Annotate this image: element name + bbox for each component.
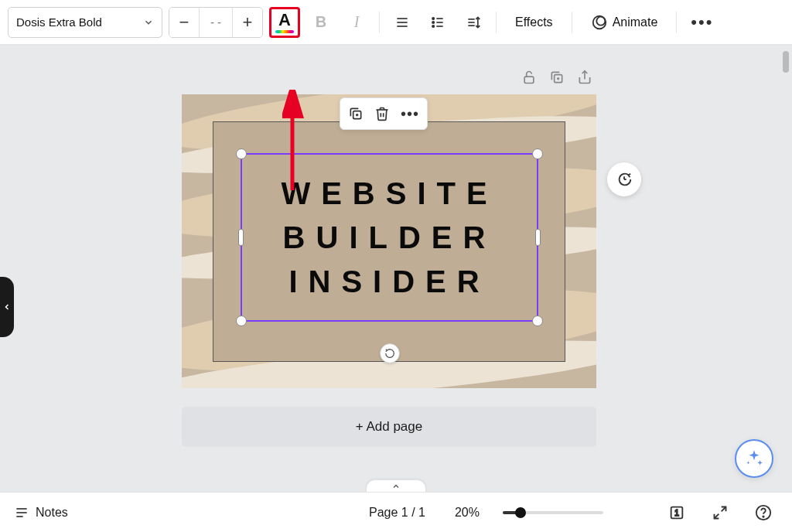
bottom-bar: Notes Page 1 / 1 20% 1 xyxy=(0,492,792,532)
canvas-text-line: BUILDER xyxy=(283,220,497,255)
rotate-icon xyxy=(384,348,395,359)
page-drawer-expand-button[interactable] xyxy=(366,479,426,492)
svg-point-13 xyxy=(596,16,605,25)
scrollbar-thumb[interactable] xyxy=(783,51,789,73)
effects-button[interactable]: Effects xyxy=(504,7,564,38)
help-icon xyxy=(755,504,772,521)
top-toolbar: Dosis Extra Bold − + A B I Effects Anima… xyxy=(0,0,792,45)
italic-button[interactable]: I xyxy=(342,7,371,38)
fullscreen-button[interactable] xyxy=(705,498,735,527)
resize-handle-tl[interactable] xyxy=(236,148,247,159)
svg-point-34 xyxy=(763,516,763,517)
comment-icon xyxy=(616,171,633,188)
zoom-percentage[interactable]: 20% xyxy=(455,506,480,520)
resize-handle-left[interactable] xyxy=(238,229,244,246)
zoom-slider[interactable] xyxy=(503,511,603,514)
bold-button[interactable]: B xyxy=(306,7,336,38)
text-color-swatch xyxy=(275,30,294,33)
font-size-input[interactable] xyxy=(199,8,233,37)
grid-view-button[interactable]: 1 xyxy=(662,498,691,527)
help-button[interactable] xyxy=(749,498,778,527)
notes-button[interactable]: Notes xyxy=(14,505,68,520)
list-icon xyxy=(430,15,446,30)
ai-assistant-button[interactable] xyxy=(735,439,773,478)
svg-point-7 xyxy=(432,25,435,27)
rotate-handle[interactable] xyxy=(380,343,400,363)
canvas-text-line: INSIDER xyxy=(288,264,490,299)
svg-point-5 xyxy=(432,21,435,23)
fullscreen-icon xyxy=(712,505,728,520)
add-page-label: + Add page xyxy=(356,419,423,435)
list-button[interactable] xyxy=(423,7,452,38)
font-family-label: Dosis Extra Bold xyxy=(16,15,102,29)
delete-icon[interactable] xyxy=(374,106,390,121)
animate-label: Animate xyxy=(613,15,658,29)
more-options-button[interactable]: ••• xyxy=(684,12,719,32)
selected-text-element[interactable]: WEBSITE BUILDER INSIDER xyxy=(241,153,538,322)
share-page-icon[interactable] xyxy=(577,70,592,85)
resize-handle-br[interactable] xyxy=(532,315,543,326)
effects-label: Effects xyxy=(515,15,553,29)
context-more-button[interactable]: ••• xyxy=(401,105,419,123)
sparkle-icon xyxy=(744,448,764,469)
duplicate-icon[interactable] xyxy=(348,106,364,121)
align-icon xyxy=(394,15,410,30)
font-size-group: − + xyxy=(169,7,263,38)
toolbar-divider xyxy=(572,12,572,33)
duplicate-page-icon[interactable] xyxy=(549,70,565,85)
add-page-button[interactable]: + Add page xyxy=(182,407,596,447)
spacing-icon xyxy=(466,15,481,30)
page-indicator[interactable]: Page 1 / 1 xyxy=(369,506,425,520)
alignment-button[interactable] xyxy=(387,7,417,38)
toolbar-divider xyxy=(676,12,677,33)
font-family-select[interactable]: Dosis Extra Bold xyxy=(8,7,162,38)
notes-icon xyxy=(14,505,29,520)
notes-label: Notes xyxy=(36,506,68,520)
comment-button[interactable] xyxy=(607,162,641,196)
toolbar-divider xyxy=(379,12,380,33)
font-size-increase-button[interactable]: + xyxy=(233,8,262,37)
vertical-scrollbar[interactable] xyxy=(781,45,790,492)
canvas-text-line: WEBSITE xyxy=(281,176,497,211)
side-panel-collapse-button[interactable] xyxy=(0,277,14,337)
grid-view-icon: 1 xyxy=(668,504,685,521)
page-actions xyxy=(521,70,592,85)
svg-text:1: 1 xyxy=(674,508,679,517)
toolbar-divider xyxy=(496,12,497,33)
resize-handle-right[interactable] xyxy=(535,229,541,246)
zoom-slider-thumb[interactable] xyxy=(515,507,526,518)
chevron-up-icon xyxy=(391,482,401,491)
svg-point-3 xyxy=(432,17,435,19)
canvas-area: WEBSITE BUILDER INSIDER ••• + Add page xyxy=(0,45,792,492)
floating-context-menu: ••• xyxy=(340,97,428,130)
svg-rect-14 xyxy=(524,77,534,83)
font-size-decrease-button[interactable]: − xyxy=(169,8,199,37)
spacing-button[interactable] xyxy=(459,7,488,38)
text-color-letter-icon: A xyxy=(278,12,291,29)
chevron-down-icon xyxy=(143,17,154,28)
resize-handle-bl[interactable] xyxy=(236,315,247,326)
text-color-button[interactable]: A xyxy=(269,7,300,38)
unlock-icon[interactable] xyxy=(521,70,537,85)
animate-icon xyxy=(591,14,608,31)
resize-handle-tr[interactable] xyxy=(532,148,543,159)
animate-button[interactable]: Animate xyxy=(580,7,669,38)
chevron-left-icon xyxy=(2,302,12,312)
